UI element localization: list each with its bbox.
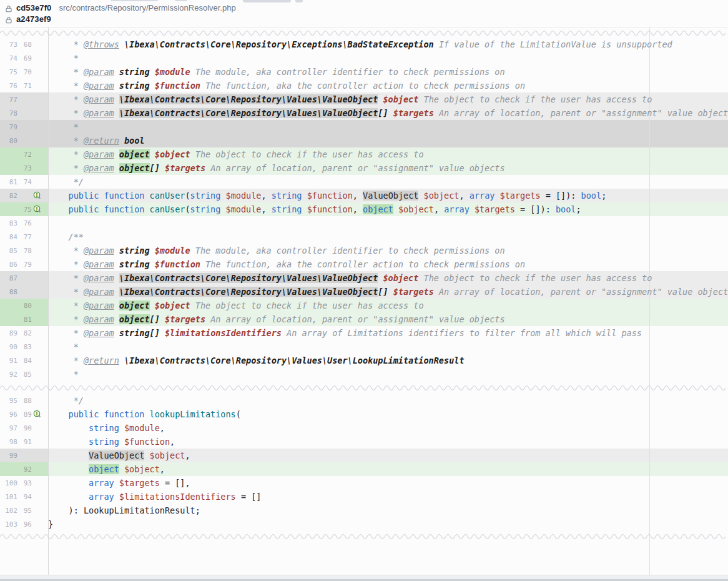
diff-line: 10093 array $targets = [], [0, 476, 728, 490]
line-number-old: 98 [2, 438, 17, 446]
code-text[interactable]: * @param string $function The function, … [48, 257, 728, 271]
gutter: 77 [0, 92, 48, 106]
implemented-method-icon[interactable]: I [33, 191, 42, 200]
gutter: 8679 [0, 257, 48, 271]
code-text[interactable]: */ [48, 175, 728, 189]
line-number-new: 68 [19, 41, 32, 49]
line-number-new: 69 [19, 54, 32, 62]
gutter: 72 [0, 147, 48, 161]
code-text[interactable]: */ [48, 394, 728, 407]
code-text[interactable]: * @param string[] $limitationsIdentifier… [48, 326, 728, 340]
line-number-new: 96 [19, 520, 32, 529]
gutter: 7368 [0, 37, 48, 51]
code-text[interactable]: * @param string $module The module, aka … [48, 244, 728, 257]
line-number-old: 91 [2, 357, 17, 365]
line-number-old: 97 [2, 424, 17, 432]
diff-line: 8679 * @param string $function The funct… [0, 257, 728, 271]
diff-line: 99 ValueObject $object, [0, 449, 728, 462]
line-number-old: 80 [2, 137, 17, 145]
code-text[interactable]: array $targets = [], [48, 476, 728, 490]
line-number-old: 83 [2, 219, 17, 227]
gutter: 75I [0, 202, 48, 216]
commit-hash-old[interactable]: cd53e7f0 [16, 3, 51, 12]
gutter: 78 [0, 106, 48, 120]
collapsed-region-separator[interactable] [0, 381, 728, 394]
gutter: 9184 [0, 354, 48, 367]
gutter: 9083 [0, 340, 48, 354]
diff-line: 75I public function canUser(string $modu… [0, 202, 728, 216]
code-text[interactable]: * @param \Ibexa\Contracts\Core\Repositor… [48, 271, 728, 285]
gutter: 9790 [0, 421, 48, 435]
commit-hash-new[interactable]: a2473ef9 [16, 14, 51, 24]
line-number-new: 91 [19, 438, 32, 446]
line-number-old: 100 [2, 479, 17, 487]
diff-line: 88 * @param \Ibexa\Contracts\Core\Reposi… [0, 285, 728, 299]
code-text[interactable]: * @param object[] $targets An array of l… [48, 161, 728, 175]
line-number-old: 102 [2, 507, 17, 515]
code-text[interactable]: * @param \Ibexa\Contracts\Core\Repositor… [48, 285, 728, 299]
line-number-new: 76 [19, 219, 32, 227]
line-number-new: 90 [19, 424, 32, 432]
line-number-new: 85 [19, 370, 32, 379]
lock-icon [5, 15, 12, 22]
code-text[interactable]: * @param object[] $targets An array of l… [48, 312, 728, 326]
top-edge-artifact [295, 0, 303, 2]
line-number-old: 99 [2, 452, 17, 460]
code-text[interactable]: * @throws \Ibexa\Contracts\Core\Reposito… [48, 37, 728, 51]
line-number-old: 103 [2, 520, 17, 529]
implemented-method-icon[interactable]: I [33, 205, 42, 214]
code-text[interactable] [48, 216, 728, 230]
line-number-new: 92 [19, 465, 32, 474]
code-text[interactable]: * [48, 51, 728, 65]
code-text[interactable]: array $limitationsIdentifiers = [] [48, 490, 728, 504]
gutter: 80 [0, 134, 48, 147]
implemented-method-icon[interactable]: I [33, 410, 42, 419]
code-text[interactable]: * @param \Ibexa\Contracts\Core\Repositor… [48, 106, 728, 120]
line-number-old: 85 [2, 247, 17, 255]
code-text[interactable]: * [48, 340, 728, 354]
top-edge-artifact [175, 0, 187, 1]
diff-editor: 7368 * @throws \Ibexa\Contracts\Core\Rep… [0, 27, 728, 575]
code-text[interactable]: object $object, [48, 462, 728, 476]
code-text[interactable]: /** [48, 230, 728, 244]
diff-line: 8982 * @param string[] $limitationsIdent… [0, 326, 728, 340]
gutter: 10295 [0, 504, 48, 517]
line-number-new: 84 [19, 357, 32, 365]
code-text[interactable]: ValueObject $object, [48, 449, 728, 462]
code-text[interactable]: string $function, [48, 435, 728, 449]
code-text[interactable]: } [48, 517, 728, 531]
code-text[interactable]: * @param object $object The object to ch… [48, 147, 728, 161]
diff-line: 9790 string $module, [0, 421, 728, 435]
code-text[interactable]: string $module, [48, 421, 728, 435]
code-text[interactable]: public function canUser(string $module, … [48, 189, 728, 202]
diff-line: 7570 * @param string $module The module,… [0, 65, 728, 79]
line-number-new: 95 [19, 507, 32, 515]
gutter: 99 [0, 449, 48, 462]
collapsed-region-separator[interactable] [0, 531, 728, 541]
code-text[interactable]: * @param object $object The object to ch… [48, 299, 728, 312]
diff-line: 81 * @param object[] $targets An array o… [0, 312, 728, 326]
line-number-old: 82 [2, 192, 17, 200]
code-text[interactable]: * @param string $function The function, … [48, 79, 728, 92]
code-text[interactable]: * @return bool [48, 134, 728, 147]
code-text[interactable]: * [48, 367, 728, 381]
line-number-old: 101 [2, 493, 17, 501]
diff-line: 8376 [0, 216, 728, 230]
diff-header: cd53e7f0 src/contracts/Repository/Permis… [0, 0, 728, 27]
code-text[interactable]: * @param \Ibexa\Contracts\Core\Repositor… [48, 92, 728, 106]
gutter: 7671 [0, 79, 48, 92]
code-text[interactable]: * [48, 120, 728, 134]
line-number-new: 75 [19, 206, 32, 214]
line-number-new: 82 [19, 329, 32, 337]
line-number-new: 94 [19, 493, 32, 501]
code-text[interactable]: public function lookupLimitations( [48, 407, 728, 421]
diff-line: 80 * @param object $object The object to… [0, 299, 728, 312]
code-text[interactable]: * @return \Ibexa\Contracts\Core\Reposito… [48, 354, 728, 367]
code-text[interactable]: * @param string $module The module, aka … [48, 65, 728, 79]
diff-line: 9588 */ [0, 394, 728, 407]
code-text[interactable]: public function canUser(string $module, … [48, 202, 728, 216]
collapsed-region-separator[interactable] [0, 27, 728, 37]
gutter: 88 [0, 285, 48, 299]
code-text[interactable]: ): LookupLimitationResult; [48, 504, 728, 517]
line-number-old: 88 [2, 288, 17, 296]
